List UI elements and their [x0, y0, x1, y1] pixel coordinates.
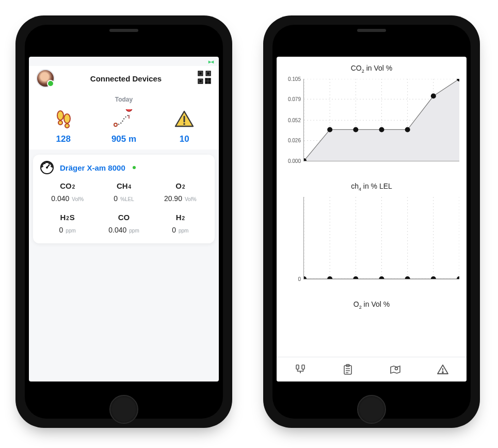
svg-point-22 [51, 166, 52, 167]
stat-alerts[interactable]: 10 [154, 108, 214, 144]
reading-label: H2 [152, 213, 208, 222]
reading-value: 0.040Vol% [39, 194, 95, 203]
phone-frame-right: CO2 in Vol % 0.0000.0260.0520.0790.105 c… [263, 15, 480, 428]
chart-ch4-plot[interactable]: 0 [303, 197, 459, 279]
chart-ch4-title: ch4 in % LEL [284, 179, 459, 197]
svg-rect-6 [205, 78, 207, 80]
map-route-icon [94, 108, 154, 130]
avatar[interactable] [36, 69, 55, 88]
chart-o2-title-post: in Vol % [362, 300, 390, 308]
svg-point-52 [304, 276, 307, 279]
home-button[interactable] [109, 395, 138, 424]
svg-point-20 [46, 167, 48, 169]
device-card[interactable]: Dräger X-am 8000 CO20.040Vol%CH40%LELO22… [33, 155, 215, 243]
svg-point-10 [57, 111, 63, 120]
y-tick-label: 0.026 [288, 138, 301, 143]
tab-checklist[interactable] [342, 363, 354, 376]
reading-cell: H20ppm [152, 213, 208, 234]
status-bar: ▸◂ [29, 57, 219, 66]
svg-point-17 [184, 123, 186, 125]
stat-steps[interactable]: 128 [34, 108, 93, 144]
reading-label: H2S [39, 213, 95, 222]
phone-speaker [109, 29, 138, 32]
screen-right: CO2 in Vol % 0.0000.0260.0520.0790.105 c… [277, 57, 467, 381]
reading-label: CO [95, 213, 152, 222]
chart-co2-title: CO2 in Vol % [284, 61, 459, 79]
svg-point-41 [405, 127, 410, 132]
page-title: Connected Devices [90, 74, 162, 83]
svg-rect-3 [207, 73, 210, 75]
tab-alerts[interactable] [437, 363, 449, 376]
phone-frame-left: ▸◂ Connected Devices Today [15, 15, 232, 428]
svg-rect-5 [200, 80, 202, 82]
device-card-header: Dräger X-am 8000 [39, 160, 208, 175]
y-tick-label: 0.000 [288, 158, 301, 163]
reading-cell: CO20.040Vol% [39, 181, 95, 203]
phone-bezel: CO2 in Vol % 0.0000.0260.0520.0790.105 c… [272, 25, 471, 419]
today-label: Today [29, 92, 219, 108]
svg-rect-8 [205, 81, 207, 84]
home-button[interactable] [357, 395, 386, 424]
tab-map[interactable] [389, 363, 401, 376]
svg-rect-60 [302, 365, 304, 369]
reading-label: CH4 [95, 181, 152, 190]
battery-charging-icon: ▸◂ [208, 59, 214, 64]
svg-point-12 [64, 114, 70, 123]
y-tick-label: 0.079 [288, 96, 301, 102]
reading-value: 0ppm [152, 226, 208, 234]
stat-steps-value: 128 [34, 134, 93, 144]
svg-point-68 [442, 372, 443, 373]
svg-point-11 [58, 121, 62, 125]
svg-rect-59 [296, 365, 299, 369]
svg-point-55 [379, 276, 384, 279]
svg-point-40 [379, 127, 384, 132]
stats-row: 128 905 m [29, 108, 219, 150]
chart-co2-plot[interactable]: 0.0000.0260.0520.0790.105 [303, 79, 459, 161]
svg-point-13 [65, 124, 69, 128]
reading-value: 0.040ppm [95, 226, 152, 234]
y-tick-label: 0 [298, 276, 301, 281]
chart-o2-title-pre: O [354, 300, 359, 308]
chart-o2: O2 in Vol % [277, 293, 467, 315]
svg-point-38 [327, 127, 332, 132]
reading-value: 20.90Vol% [152, 194, 208, 203]
svg-rect-9 [208, 81, 211, 84]
svg-point-23 [44, 163, 45, 164]
reading-value: 0ppm [39, 226, 95, 234]
svg-point-39 [353, 127, 358, 132]
tab-devices[interactable] [294, 363, 307, 376]
readings-grid: CO20.040Vol%CH40%LELO220.90Vol%H2S0ppmCO… [39, 181, 208, 234]
chart-y-labels: 0 [283, 197, 302, 279]
phone-speaker [357, 29, 386, 32]
reading-value: 0%LEL [95, 194, 152, 203]
y-tick-label: 0.052 [288, 118, 301, 123]
chart-ch4: ch4 in % LEL 0 [277, 175, 467, 279]
svg-point-15 [128, 113, 131, 115]
warning-triangle-icon [154, 108, 214, 130]
reading-cell: CH40%LEL [95, 181, 152, 203]
qr-code-icon[interactable] [197, 70, 212, 87]
app-header: Connected Devices [29, 66, 219, 92]
svg-point-58 [457, 276, 459, 279]
stat-distance[interactable]: 905 m [94, 108, 154, 144]
chart-co2: CO2 in Vol % 0.0000.0260.0520.0790.105 [277, 57, 467, 161]
svg-point-57 [431, 276, 436, 279]
svg-point-24 [49, 163, 50, 164]
chart-y-labels: 0.0000.0260.0520.0790.105 [283, 79, 302, 161]
stat-distance-value: 905 m [94, 134, 154, 144]
chart-co2-title-post: in Vol % [364, 64, 392, 72]
y-tick-label: 0.105 [288, 76, 301, 81]
svg-point-42 [431, 93, 436, 98]
device-status-dot [133, 166, 136, 169]
gauge-icon [39, 160, 55, 175]
footsteps-icon [34, 108, 93, 130]
svg-rect-7 [208, 78, 211, 80]
chart-co2-title-pre: CO [351, 64, 362, 72]
chart-ch4-title-pre: ch [351, 182, 359, 190]
reading-label: CO2 [39, 181, 95, 190]
device-name: Dräger X-am 8000 [60, 163, 125, 172]
svg-point-56 [405, 276, 410, 279]
reading-label: O2 [152, 181, 208, 190]
svg-point-54 [353, 276, 358, 279]
reading-cell: CO0.040ppm [95, 213, 152, 234]
